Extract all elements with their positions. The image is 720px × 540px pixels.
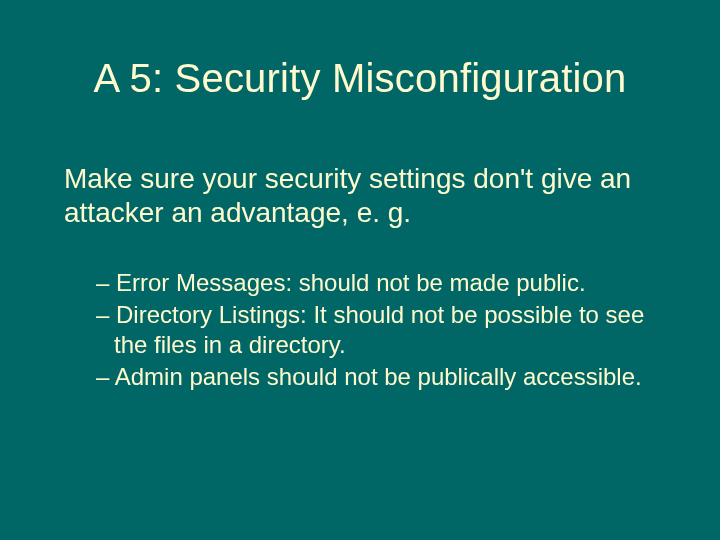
intro-text: Make sure your security settings don't g… <box>64 162 664 229</box>
list-item-text: Admin panels should not be publically ac… <box>115 363 642 390</box>
list-item: – Error Messages: should not be made pub… <box>96 268 676 298</box>
dash-icon: – <box>96 301 116 328</box>
list-item-text: Error Messages: should not be made publi… <box>116 269 586 296</box>
list-item: – Directory Listings: It should not be p… <box>96 300 676 360</box>
slide-title: A 5: Security Misconfiguration <box>0 56 720 101</box>
list-item-text: Directory Listings: It should not be pos… <box>114 301 644 358</box>
dash-icon: – <box>96 363 115 390</box>
list-item: – Admin panels should not be publically … <box>96 362 676 392</box>
bullet-list: – Error Messages: should not be made pub… <box>96 268 676 394</box>
dash-icon: – <box>96 269 116 296</box>
slide: A 5: Security Misconfiguration Make sure… <box>0 0 720 540</box>
